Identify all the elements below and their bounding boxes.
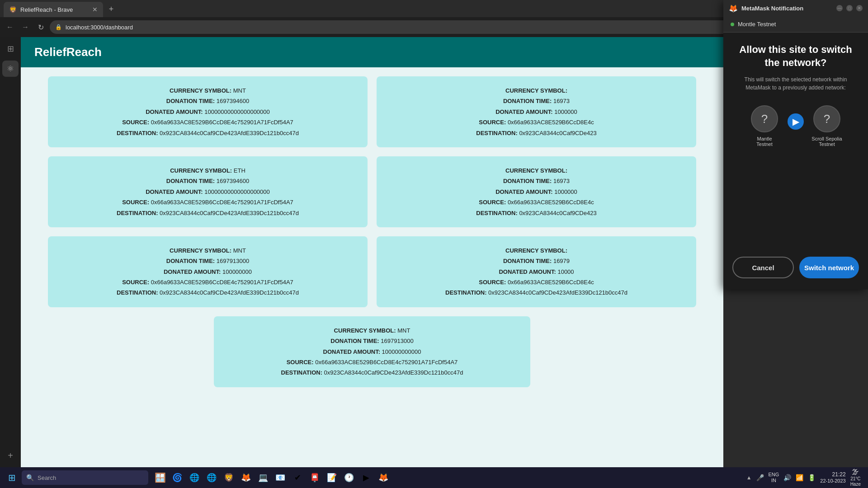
weather-temp: 21°C [850, 476, 861, 482]
taskbar-app-teams[interactable]: ✔ [289, 469, 306, 486]
taskbar-app-chrome2[interactable]: 🌐 [203, 469, 220, 486]
windows-logo-icon: ⊞ [8, 472, 16, 483]
taskbar-app-mail[interactable]: 📧 [272, 469, 288, 486]
donation-card-1: CURRENCY SYMBOL: MNT DONATION TIME: 1697… [48, 76, 368, 147]
mic-icon[interactable]: 🎤 [756, 474, 764, 481]
main-content: ReliefReach CURRENCY SYMBOL: MNT DONATIO… [21, 37, 723, 467]
from-network-label: Mantle Testnet [749, 136, 780, 147]
donation-card-3: CURRENCY SYMBOL: ETH DONATION TIME: 1697… [48, 156, 368, 227]
sidebar-item-add[interactable]: + [2, 447, 19, 464]
metamask-title: MetaMask Notification [741, 5, 833, 12]
from-network-icon: ? [751, 105, 778, 132]
metamask-description: This will switch the selected network wi… [732, 75, 859, 92]
taskbar-expand-icon[interactable]: ▲ [746, 474, 752, 481]
brave-favicon: 🦁 [9, 6, 17, 13]
metamask-heading: Allow this site to switch the network? [732, 43, 859, 69]
to-network-item: ? Scroll Sepolia Testnet [811, 105, 843, 147]
locale-info: ENGIN [769, 472, 779, 483]
nav-reload-btn[interactable]: ↻ [34, 21, 47, 33]
browser-sidebar: ⊞ ⚛ + [0, 37, 21, 467]
metamask-titlebar: 🦊 MetaMask Notification — □ ✕ [723, 0, 868, 16]
metamask-switch-button[interactable]: Switch network [799, 257, 859, 278]
taskbar-app-notes[interactable]: 📝 [324, 469, 340, 486]
lock-icon: 🔒 [55, 24, 62, 30]
donation-card-bottom: CURRENCY SYMBOL: MNT DONATION TIME: 1697… [214, 316, 530, 387]
new-tab-btn[interactable]: + [105, 3, 118, 15]
app-title: ReliefReach [34, 45, 102, 59]
metamask-network-header: Montle Testnet [723, 16, 868, 33]
metamask-cancel-button[interactable]: Cancel [732, 257, 794, 278]
tab-title: ReliefReach - Brave [20, 6, 89, 13]
mm-close-btn[interactable]: ✕ [856, 5, 863, 11]
start-button[interactable]: ⊞ [4, 469, 20, 486]
taskbar-app-outlook[interactable]: 📮 [307, 469, 323, 486]
taskbar-app-metamask[interactable]: 🦊 [375, 469, 392, 486]
mm-minimize-btn[interactable]: — [836, 5, 843, 11]
metamask-panel: 🦊 MetaMask Notification — □ ✕ Montle Tes… [723, 0, 868, 289]
weather-icon: 🌫 [852, 468, 859, 476]
url-text: localhost:3000/dashboard [66, 24, 133, 31]
taskbar-app-firefox[interactable]: 🦊 [238, 469, 254, 486]
metamask-body: Allow this site to switch the network? T… [723, 33, 868, 289]
taskbar-right: ▲ 🎤 ENGIN 🔊 📶 🔋 21:22 22-10-2023 🌫 21°C … [746, 468, 864, 487]
taskbar-app-brave[interactable]: 🦁 [221, 469, 237, 486]
weather-info: 21°C Haze [850, 476, 861, 487]
taskbar-search[interactable]: 🔍 Search [22, 470, 148, 485]
nav-back-btn[interactable]: ← [4, 21, 16, 33]
clock-widget[interactable]: 21:22 22-10-2023 [820, 471, 845, 484]
donation-card-6: CURRENCY SYMBOL: DONATION TIME: 16979 DO… [377, 236, 696, 307]
cards-container: CURRENCY SYMBOL: MNT DONATION TIME: 1697… [21, 67, 723, 396]
sidebar-item-home[interactable]: ⊞ [2, 41, 19, 57]
weather-condition: Haze [850, 482, 861, 487]
taskbar-apps: 🪟 🌀 🌐 🌐 🦁 🦊 💻 📧 ✔ 📮 📝 🕐 ▶ 🦊 [152, 469, 392, 486]
app-header: ReliefReach [21, 37, 723, 67]
taskbar-app-vscode[interactable]: 💻 [255, 469, 271, 486]
metamask-action-buttons: Cancel Switch network [732, 257, 859, 278]
wifi-icon[interactable]: 📶 [796, 474, 803, 481]
clock-date: 22-10-2023 [820, 478, 845, 484]
sidebar-item-extensions[interactable]: ⚛ [2, 61, 19, 77]
mm-maximize-btn[interactable]: □ [846, 5, 853, 11]
weather-widget: 🌫 21°C Haze [850, 468, 861, 487]
taskbar-app-windows[interactable]: 🪟 [152, 469, 168, 486]
donation-card-4: CURRENCY SYMBOL: DONATION TIME: 16973 DO… [377, 156, 696, 227]
to-network-label: Scroll Sepolia Testnet [811, 136, 843, 147]
network-arrow: ▶ [788, 113, 804, 130]
taskbar-app-media[interactable]: ▶ [358, 469, 374, 486]
donation-card-2: CURRENCY SYMBOL: DONATION TIME: 16973 DO… [377, 76, 696, 147]
battery-icon[interactable]: 🔋 [808, 474, 816, 481]
taskbar-app-clock[interactable]: 🕐 [341, 469, 357, 486]
metamask-networks: ? Mantle Testnet ▶ ? Scroll Sepolia Test… [732, 98, 859, 154]
tab-close-icon[interactable]: ✕ [92, 6, 98, 13]
taskbar-app-chrome[interactable]: 🌐 [186, 469, 203, 486]
metamask-logo-icon: 🦊 [729, 4, 738, 13]
nav-forward-btn[interactable]: → [19, 21, 32, 33]
taskbar: ⊞ 🔍 Search 🪟 🌀 🌐 🌐 🦁 🦊 💻 📧 ✔ 📮 📝 🕐 ▶ 🦊 ▲… [0, 467, 868, 488]
to-network-icon: ? [813, 105, 840, 132]
address-bar[interactable]: 🔒 localhost:3000/dashboard [50, 20, 772, 34]
metamask-network-name: Montle Testnet [738, 21, 776, 28]
from-network-item: ? Mantle Testnet [749, 105, 780, 147]
volume-icon[interactable]: 🔊 [783, 474, 791, 481]
clock-time: 21:22 [832, 471, 846, 478]
search-taskbar-icon: 🔍 [26, 474, 34, 481]
taskbar-app-edge[interactable]: 🌀 [169, 469, 185, 486]
donation-card-5: CURRENCY SYMBOL: MNT DONATION TIME: 1697… [48, 236, 368, 307]
search-placeholder: Search [38, 474, 56, 481]
network-status-dot [731, 23, 734, 26]
browser-tab[interactable]: 🦁 ReliefReach - Brave ✕ [4, 2, 103, 17]
